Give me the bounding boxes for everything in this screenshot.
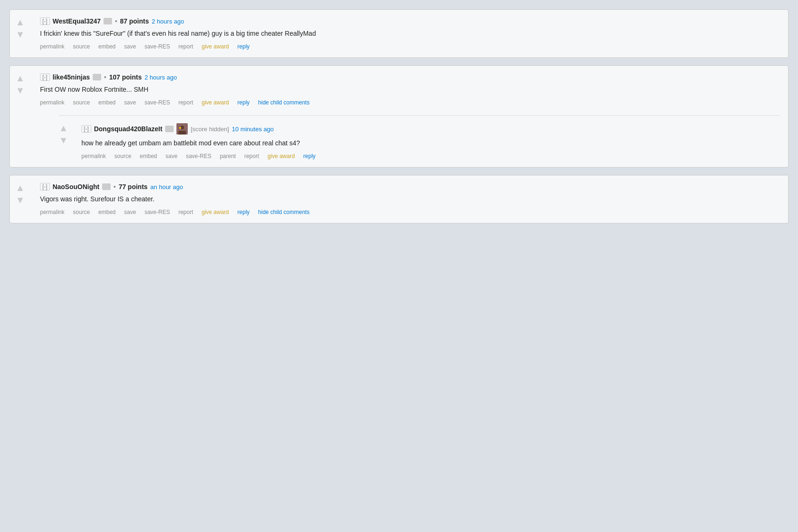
vote-col-1: ▲ ▼ (16, 17, 25, 39)
source-2[interactable]: source (73, 99, 90, 106)
svg-point-3 (179, 127, 181, 129)
nested-source-2-1[interactable]: source (114, 153, 131, 159)
embed-3[interactable]: embed (98, 209, 116, 215)
action-bar-3: permalink source embed save save-RES rep… (40, 209, 781, 215)
nested-username-2-1[interactable]: Dongsquad420BlazeIt (94, 125, 162, 133)
give-award-3[interactable]: give award (202, 209, 229, 215)
vote-col-2-1: ▲ ▼ (59, 123, 68, 145)
username-3[interactable]: NaoSouONight (53, 183, 100, 191)
downvote-2-1[interactable]: ▼ (59, 135, 68, 145)
collapse-btn-1[interactable]: [-] (40, 17, 50, 25)
save-3[interactable]: save (124, 209, 136, 215)
user-icon-2 (93, 74, 101, 80)
upvote-2-1[interactable]: ▲ (59, 123, 68, 133)
timestamp-3: an hour ago (151, 183, 183, 191)
give-award-1[interactable]: give award (202, 43, 229, 50)
downvote-2[interactable]: ▼ (16, 86, 25, 95)
dot-3: • (113, 183, 116, 191)
username-2[interactable]: like45ninjas (53, 73, 90, 81)
nested-text-2-1: how he already get umbam am battlebit mo… (81, 138, 781, 148)
vote-col-3: ▲ ▼ (16, 183, 25, 205)
permalink-1[interactable]: permalink (40, 43, 64, 50)
save-res-2[interactable]: save-RES (144, 99, 170, 106)
reply-1[interactable]: reply (238, 43, 250, 50)
user-icon-1 (104, 18, 112, 24)
collapse-btn-3[interactable]: [-] (40, 183, 50, 191)
reply-2[interactable]: reply (238, 99, 250, 106)
permalink-3[interactable]: permalink (40, 209, 64, 215)
save-res-3[interactable]: save-RES (144, 209, 170, 215)
action-bar-1: permalink source embed save save-RES rep… (40, 43, 781, 50)
save-res-1[interactable]: save-RES (144, 43, 170, 50)
embed-2[interactable]: embed (98, 99, 116, 106)
comment-main-2: [-] like45ninjas • 107 points 2 hours ag… (40, 73, 781, 159)
save-1[interactable]: save (124, 43, 136, 50)
comment-text-2: First OW now Roblox Fortnite... SMH (40, 85, 781, 95)
nested-timestamp-2-1: 10 minutes ago (232, 126, 274, 133)
nested-report-2-1[interactable]: report (244, 153, 259, 159)
permalink-2[interactable]: permalink (40, 99, 64, 106)
save-2[interactable]: save (124, 99, 136, 106)
embed-1[interactable]: embed (98, 43, 116, 50)
give-award-2[interactable]: give award (202, 99, 229, 106)
upvote-3[interactable]: ▲ (16, 183, 25, 192)
collapse-btn-2[interactable]: [-] (40, 73, 50, 81)
comment-1: ▲ ▼ [-] WestEqual3247 • 87 points 2 hour… (9, 9, 789, 58)
nested-comment-2-1: ▲ ▼ [-] Dongsquad420BlazeIt (59, 115, 781, 159)
nested-user-icon-2-1 (165, 126, 174, 132)
report-3[interactable]: report (178, 209, 193, 215)
upvote-1[interactable]: ▲ (16, 17, 25, 27)
points-1: 87 points (120, 17, 149, 25)
hide-child-2[interactable]: hide child comments (258, 99, 310, 106)
upvote-2[interactable]: ▲ (16, 73, 25, 83)
report-1[interactable]: report (178, 43, 193, 50)
nested-save-res-2-1[interactable]: save-RES (186, 153, 211, 159)
user-icon-3 (102, 183, 111, 190)
nested-avatar-2-1 (176, 123, 188, 135)
timestamp-2: 2 hours ago (144, 74, 177, 81)
nested-reply-2-1[interactable]: reply (303, 153, 316, 159)
vote-col-2: ▲ ▼ (16, 73, 25, 95)
comment-3: ▲ ▼ [-] NaoSouONight • 77 points an hour… (9, 175, 789, 223)
action-bar-2: permalink source embed save save-RES rep… (40, 99, 781, 106)
comment-meta-3: [-] NaoSouONight • 77 points an hour ago (40, 183, 781, 191)
nested-permalink-2-1[interactable]: permalink (81, 153, 106, 159)
score-hidden-2-1: [score hidden] (191, 126, 229, 133)
svg-rect-2 (178, 131, 186, 135)
comments-container: ▲ ▼ [-] WestEqual3247 • 87 points 2 hour… (9, 9, 789, 223)
dot-2: • (104, 73, 106, 81)
comment-main-1: [-] WestEqual3247 • 87 points 2 hours ag… (40, 17, 781, 50)
source-3[interactable]: source (73, 209, 90, 215)
comment-text-1: I frickin' knew this "SureFour" (if that… (40, 29, 781, 39)
nested-main-2-1: [-] Dongsquad420BlazeIt [score hidden] (81, 123, 781, 159)
nested-meta-2-1: [-] Dongsquad420BlazeIt [score hidden] (81, 123, 781, 135)
comment-text-3: Vigors was right. Surefour IS a cheater. (40, 194, 781, 204)
comment-2: ▲ ▼ [-] like45ninjas • 107 points 2 hour… (9, 65, 789, 167)
nested-action-bar-2-1: permalink source embed save save-RES par… (81, 153, 781, 159)
username-1[interactable]: WestEqual3247 (53, 17, 101, 25)
points-2: 107 points (109, 73, 142, 81)
source-1[interactable]: source (73, 43, 90, 50)
comment-main-3: [-] NaoSouONight • 77 points an hour ago… (40, 183, 781, 215)
report-2[interactable]: report (178, 99, 193, 106)
comment-meta-2: [-] like45ninjas • 107 points 2 hours ag… (40, 73, 781, 81)
timestamp-1: 2 hours ago (152, 18, 184, 25)
nested-save-2-1[interactable]: save (166, 153, 177, 159)
comment-meta-1: [-] WestEqual3247 • 87 points 2 hours ag… (40, 17, 781, 25)
downvote-1[interactable]: ▼ (16, 30, 25, 39)
nested-embed-2-1[interactable]: embed (140, 153, 157, 159)
downvote-3[interactable]: ▼ (16, 195, 25, 205)
dot-1: • (115, 17, 117, 25)
reply-3[interactable]: reply (238, 209, 250, 215)
points-3: 77 points (119, 183, 147, 191)
nested-parent-2-1[interactable]: parent (220, 153, 236, 159)
hide-child-3[interactable]: hide child comments (258, 209, 310, 215)
nested-collapse-2-1[interactable]: [-] (81, 125, 91, 133)
nested-give-award-2-1[interactable]: give award (268, 153, 295, 159)
